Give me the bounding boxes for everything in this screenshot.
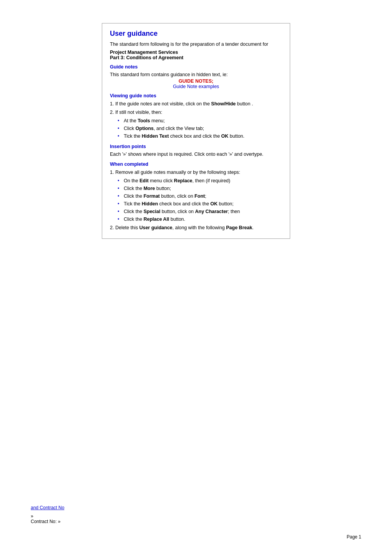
viewing-guide-notes-heading: Viewing guide notes [110,93,282,98]
when-completed-item1: 1. Remove all guide notes manually or by… [110,168,282,176]
list-item: Click the Special button, click on Any C… [119,208,282,215]
list-item: Click Options, and click the View tab; [119,125,282,132]
intro-line2: Project Management Services [110,50,282,55]
page-number: Page 1 [347,534,361,540]
guide-notes-label: GUIDE NOTES; [110,78,282,84]
guide-notes-heading: Guide notes [110,64,282,70]
list-item: On the Edit menu click Replace, then (if… [119,177,282,185]
list-item: Tick the Hidden Text check box and click… [119,132,282,140]
guide-note-example: Guide Note examples [110,84,282,89]
when-completed-bullets: On the Edit menu click Replace, then (if… [110,177,282,223]
footer-area: and Contract No » Contract No: » [31,505,361,524]
viewing-bullets: At the Tools menu; Click Options, and cl… [110,117,282,140]
guidance-box: User guidance The standard form followin… [102,23,290,239]
list-item: Click the Replace All button. [119,215,282,223]
list-item: Click the More button; [119,185,282,192]
when-completed-item2: 2. Delete this User guidance, along with… [110,224,282,232]
page-container: User guidance The standard form followin… [0,0,392,555]
list-item: At the Tools menu; [119,117,282,125]
footer-line1: » Contract No: » [31,513,361,524]
insertion-points-heading: Insertion points [110,144,282,149]
when-completed-heading: When completed [110,162,282,167]
guide-notes-line1: This standard form contains guidance in … [110,71,282,78]
intro-line3: Part 3: Conditions of Agreement [110,55,282,60]
viewing-item1: 1. If the guide notes are not visible, c… [110,100,282,108]
intro-line1: The standard form following is for the p… [110,41,282,48]
list-item: Click the Format button, click on Font; [119,192,282,200]
list-item: Tick the Hidden check box and click the … [119,200,282,208]
viewing-item2: 2. If still not visible, then: [110,108,282,116]
footer-link[interactable]: and Contract No [31,505,64,510]
insertion-points-text: Each '»' shows where input is required. … [110,151,282,158]
guidance-title: User guidance [110,30,282,38]
